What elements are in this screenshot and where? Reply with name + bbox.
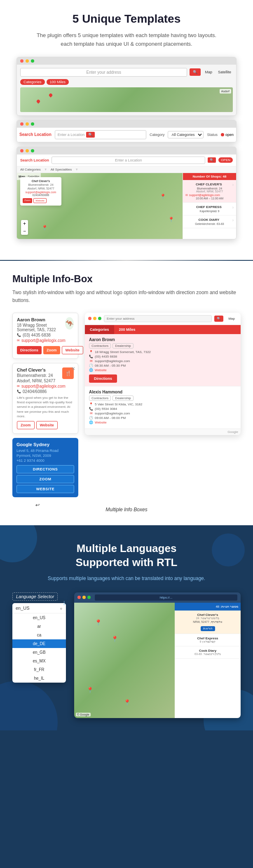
status-badge-2: open	[221, 133, 234, 137]
list-item-sub-1: Alsdorf, NRW, 52477	[185, 190, 234, 193]
list-item-3[interactable]: › COOK DIARY Gelenkirchenstr. 63-83	[183, 215, 236, 228]
template-3-browser: Search Location Enter a Location 🔍 OPEN …	[16, 147, 237, 239]
map-pin-3b: 📍	[160, 194, 166, 199]
satellite-tab-1[interactable]: Satellite	[216, 69, 233, 75]
ibr-phone-row-2: 📞 (03) 5534 3084	[89, 407, 237, 411]
website-btn-2[interactable]: Website	[36, 421, 58, 429]
categories-pill[interactable]: Categories	[20, 79, 45, 85]
zoom-btn-infobox[interactable]: Zoom	[23, 198, 32, 203]
google-zoom-btn[interactable]: ZOOM	[16, 475, 74, 483]
lang-label-wrapper: Language Selector ↓	[12, 592, 58, 603]
ibr-entry-2[interactable]: Alexis Hammond Contractors Dealership 📍 …	[85, 386, 241, 429]
list-item-1[interactable]: › CHEF CLEVER'S Blumenratherstr. 24 Alsd…	[183, 180, 236, 203]
location-input-3[interactable]: Enter a Location	[52, 157, 205, 164]
status-dot-2	[221, 133, 224, 136]
close-icon-chef[interactable]: ✕	[71, 366, 75, 372]
rtl-entry-2[interactable]: Chef Express קפלנפלאץ 9	[175, 634, 241, 646]
website-btn-infobox[interactable]: Website	[33, 198, 47, 203]
email-icon-r1: ✉	[89, 359, 93, 363]
rtl-entry-3[interactable]: Cook Diary גלנקירכנשטר. 63-83	[175, 646, 241, 659]
rtl-list-header: מספר חנויות: 48	[175, 603, 241, 611]
zoom-in-btn[interactable]: +	[21, 220, 28, 227]
infobox-support[interactable]: support@agilelogix.com	[23, 191, 59, 194]
languages-description: Supports multiple languages which can be…	[12, 575, 241, 583]
ibr-directions-btn-1[interactable]: Directions	[89, 374, 117, 383]
search-btn-2[interactable]: 🔍	[86, 132, 95, 138]
map-pin-rtl-1: 📍	[95, 619, 102, 626]
lang-option-es-mx[interactable]: es_MX	[12, 657, 66, 665]
ibr-tag-contractors-2[interactable]: Contractors	[89, 395, 111, 401]
ibr-website-text-2[interactable]: Website	[95, 421, 107, 424]
address-input-1[interactable]: Enter your address	[20, 68, 187, 77]
info-cards-left: Aaron Brown 18 Wragg Street Somerset, TA…	[12, 313, 78, 501]
google-sydney-card: Google Sydney Level 5, 48 Pirrama Road P…	[12, 438, 78, 497]
lang-selector-box: en_US ⬦ en_US ar ca de_DE en_GB es_MX fr…	[12, 603, 66, 683]
ibr-entry-tags-1: Contractors Dealership	[89, 343, 237, 349]
template3-body: Search Location Enter a Location 🔍 OPEN …	[17, 154, 236, 239]
lang-option-en-gb[interactable]: en_GB	[12, 648, 66, 657]
map-pin-rtl-3: 📍	[87, 687, 94, 693]
ibr-tag-dealership-1[interactable]: Dealership	[112, 343, 133, 349]
card1-header: Aaron Brown 18 Wragg Street Somerset, TA…	[17, 317, 74, 333]
location-icon-2: 📍	[89, 402, 93, 406]
card2-email[interactable]: support@agilelogix.com	[21, 384, 66, 388]
google-website-btn[interactable]: WEBSITE	[16, 485, 74, 493]
right-panel-search[interactable]	[104, 315, 212, 322]
lang-option-en-us[interactable]: en_US	[12, 613, 66, 622]
infobox-right-panel: 🔍 Map Categories 200 Miles Aaron Brown C…	[85, 313, 241, 435]
card2-desc: Life's good when you get to live the fin…	[17, 395, 74, 419]
lang-option-ar[interactable]: ar	[12, 622, 66, 631]
enter-location-3: Enter a Location	[115, 158, 142, 162]
email-icon-1: ✉	[17, 339, 20, 342]
rtl-btn-1[interactable]: הוראות	[201, 626, 215, 631]
zoom-out-btn[interactable]: −	[21, 227, 28, 235]
lang-demo-area: Language Selector ↓ en_US ⬦ en_US ar ca …	[12, 592, 241, 718]
cat-item-2[interactable]: 200 Miles	[114, 325, 141, 334]
miles-pill[interactable]: 100 Miles	[47, 79, 69, 85]
ibr-entry-1[interactable]: Aaron Brown Contractors Dealership 📍 18 …	[85, 334, 241, 386]
lang-current-value[interactable]: en_US ⬦	[12, 603, 66, 613]
card2-city: Alsdorf, NRW, 52477	[17, 379, 55, 383]
location-input-2[interactable]: Enter a Location 🔍	[55, 130, 146, 139]
lang-option-fr-fr[interactable]: fr_FR	[12, 665, 66, 674]
location-placeholder-2: Enter a Location	[58, 133, 85, 137]
list-item-2[interactable]: › CHEF EXPRESS Kapellenplatz 9	[183, 203, 236, 215]
rtl-entry-sub-1: בלומנרטרשטר. 24	[177, 617, 238, 620]
globe-icon-1: 🌐	[89, 368, 93, 372]
ibr-website-text-1[interactable]: Website	[95, 368, 107, 372]
card1-email[interactable]: support@agilelogix.com	[21, 338, 66, 343]
map-pin-3c: 📍	[168, 217, 174, 222]
map-tab-1[interactable]: Map	[203, 69, 214, 75]
location-icon-1: 📍	[89, 350, 93, 354]
email-icon-r2: ✉	[89, 412, 93, 415]
category-select-2[interactable]: All Categories	[168, 131, 204, 138]
search-location-label-3: Search Location	[20, 158, 49, 162]
all-categories-3[interactable]: All Categories	[20, 168, 41, 171]
search-button-1[interactable]: 🔍	[190, 68, 201, 76]
map-pin-rtl-4: 📍	[124, 699, 131, 706]
lang-option-ca[interactable]: ca	[12, 631, 66, 639]
directions-btn-1[interactable]: Directions	[17, 346, 42, 354]
templates-description: The plugin offers 5 unique templates wit…	[36, 31, 217, 49]
ibr-tag-contractors-1[interactable]: Contractors	[89, 343, 111, 349]
search-btn-3[interactable]: 🔍	[208, 157, 216, 163]
right-panel-map-tab[interactable]: Map	[226, 316, 237, 322]
languages-title: Multiple LanguagesSupported with RTL	[12, 542, 241, 570]
right-panel-dots	[88, 317, 101, 320]
right-panel-search-btn[interactable]: 🔍	[214, 316, 223, 322]
zoom-btn-1[interactable]: Zoom	[43, 346, 60, 354]
google-directions-btn[interactable]: DIRECTIONS	[16, 465, 74, 473]
lang-option-de-de[interactable]: de_DE	[12, 639, 66, 648]
template2-header: Search Location Enter a Location 🔍 Categ…	[17, 128, 236, 142]
list-item-support-1[interactable]: support@agilelogix.com	[189, 194, 220, 197]
ibr-email-text-1: support@agilelogix.com	[95, 359, 130, 363]
open-label-2: open	[225, 133, 234, 137]
cat-item-1[interactable]: Categories	[85, 325, 114, 334]
all-specialities-3[interactable]: All Specialities	[51, 168, 72, 171]
rtl-entry-1[interactable]: Chef Clever's בלומנרטרשטר. 24 אלסדורף, N…	[175, 611, 241, 634]
ibr-tag-dealership-2[interactable]: Dealership	[112, 395, 133, 401]
website-btn-1[interactable]: Website	[62, 346, 83, 354]
lang-option-he-il[interactable]: he_IL	[12, 674, 66, 683]
status-label-2: Status	[207, 133, 218, 137]
zoom-btn-2[interactable]: Zoom	[17, 421, 35, 429]
